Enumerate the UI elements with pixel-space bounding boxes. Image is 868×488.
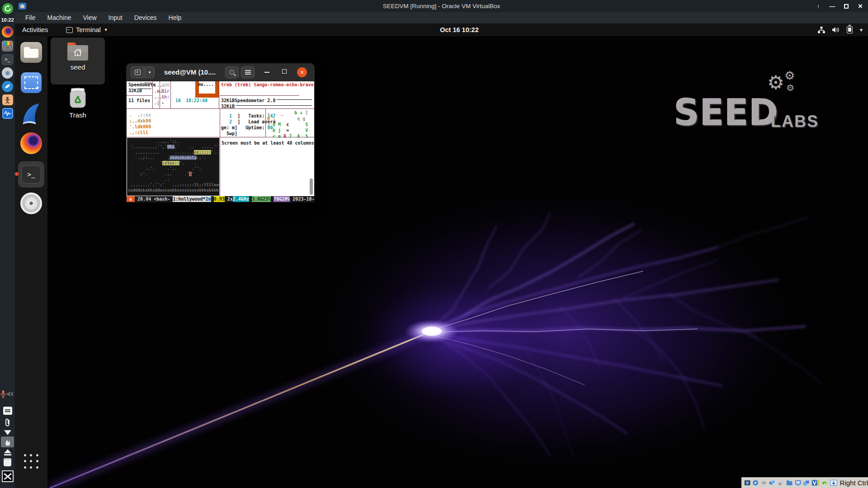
speedometer-right-1: 32KiBSpeedometer 2.8: [221, 98, 275, 103]
gear-icon: ⚙: [786, 82, 794, 93]
chevron-down-icon: ▼: [859, 28, 863, 33]
speedometer-right-2: 32KiB: [221, 104, 235, 109]
wireshark-icon[interactable]: [20, 102, 42, 125]
app-menu-terminal[interactable]: > Terminal ▼: [66, 23, 108, 36]
triangle-down-icon[interactable]: [0, 428, 15, 436]
person-app-icon[interactable]: [0, 94, 15, 106]
audio-icon[interactable]: [761, 479, 767, 487]
sync-icon[interactable]: [0, 3, 15, 14]
screen: 10:22 >_ ❋: [0, 0, 868, 488]
new-tab-button[interactable]: +: [131, 66, 144, 78]
gear-icon: ⚙: [784, 69, 795, 83]
running-indicator: [15, 172, 19, 176]
bucket-icon[interactable]: [0, 457, 15, 467]
host-clock: 10:22: [0, 16, 15, 23]
display-icon[interactable]: [795, 479, 801, 487]
vbox-indicator-icon[interactable]: [811, 479, 820, 487]
ow-text: ow....: [198, 82, 214, 87]
paperclip-icon[interactable]: [0, 418, 15, 427]
ascii-image-pane: ..,,.';;. '........,,'','DKd,' .. .....'…: [127, 138, 219, 196]
battery-icon: [847, 26, 853, 33]
desktop-icon-trash[interactable]: Trash: [57, 87, 99, 119]
terminal-window: + ▼ seed@VM (10.... ×: [126, 63, 315, 202]
gnome-clock[interactable]: Oct 16 10:22: [425, 23, 493, 36]
chevron-down-icon: ▼: [104, 28, 108, 32]
optical-disc-icon[interactable]: [752, 479, 759, 487]
menu-devices[interactable]: Devices: [128, 12, 163, 23]
files-app-icon[interactable]: [20, 42, 42, 63]
birth-column: 400Birth:-: [161, 82, 170, 106]
network-tree-icon: [817, 27, 826, 33]
restore-up-icon[interactable]: ↑: [813, 2, 823, 11]
pane-clock-day: 16: [175, 98, 181, 103]
cd-disc-icon[interactable]: [20, 192, 42, 214]
dock: + >_: [15, 36, 47, 488]
speaker-muted-icon[interactable]: [5, 389, 15, 399]
globe-app-icon[interactable]: [0, 80, 15, 93]
desktop-icon-label: seed: [57, 63, 99, 71]
close-box-icon[interactable]: [0, 470, 15, 483]
vm-screen: Activities > Terminal ▼ Oct 16 10:22 ▼: [15, 23, 868, 488]
gnome-system-tray[interactable]: ▼: [817, 23, 863, 36]
window-maximize-icon[interactable]: [282, 69, 287, 74]
terminal-app-icon[interactable]: >_: [18, 161, 44, 188]
terminal-mini-icon: >: [66, 27, 73, 33]
activities-button[interactable]: Activities: [22, 23, 48, 36]
tab-dropdown-button[interactable]: ▼: [145, 66, 155, 78]
desktop-icon-label: Trash: [57, 111, 99, 119]
logo-labs-text: LABS: [771, 112, 819, 131]
waveform-app-icon[interactable]: [0, 108, 15, 119]
terminal-titlebar[interactable]: + ▼ seed@VM (10.... ×: [126, 63, 315, 81]
menu-file[interactable]: File: [19, 12, 42, 23]
coral-app-icon[interactable]: ❋: [0, 67, 15, 79]
dropdown-icon[interactable]: [830, 479, 837, 487]
network-icon[interactable]: [769, 479, 776, 487]
firefox-icon[interactable]: [20, 132, 42, 154]
vbox-statusbar: Right Ctrl: [741, 477, 868, 488]
vbox-window-title: SEEDVM [Running] - Oracle VM VirtualBox: [15, 3, 868, 9]
menu-help[interactable]: Help: [163, 12, 188, 23]
features-icon[interactable]: [821, 479, 828, 487]
show-apps-icon[interactable]: [24, 454, 39, 469]
shared-folder-icon[interactable]: [786, 479, 793, 487]
firefox-icon[interactable]: [0, 25, 15, 38]
vbox-menubar: File Machine View Input Devices Help: [15, 12, 868, 23]
screenshot-tool-icon[interactable]: +: [21, 72, 42, 93]
file-cabinet-icon[interactable]: [0, 40, 15, 52]
close-icon[interactable]: ×: [855, 2, 865, 11]
window-minimize-icon[interactable]: [264, 72, 269, 73]
flame-icon[interactable]: [0, 436, 15, 447]
terminal-scrollbar[interactable]: [310, 178, 313, 195]
seamless-icon[interactable]: [803, 479, 810, 487]
harddisk-icon[interactable]: [744, 479, 750, 487]
seedlabs-logo: SEED LABS ⚙ ⚙ ⚙: [670, 69, 815, 136]
desktop-icon-seed[interactable]: seed: [57, 42, 99, 71]
home-folder-icon: [66, 42, 90, 61]
phonetic-line: treb (treb) tango-romeo-echo-bravo: [221, 82, 314, 87]
window-close-icon[interactable]: ×: [297, 67, 307, 77]
usb-icon[interactable]: [778, 479, 784, 487]
maximize-icon[interactable]: [841, 2, 851, 11]
speedometer-label: Speedomete: [128, 82, 156, 87]
menu-button[interactable]: [241, 66, 255, 78]
files-count: 11 files: [128, 98, 150, 103]
app-menu-label: Terminal: [76, 26, 101, 33]
menu-input[interactable]: Input: [103, 12, 128, 23]
screen-width-message: Screen must be at least 48 columns widt: [222, 141, 314, 145]
host-panel: 10:22 >_ ❋: [0, 0, 15, 488]
terminal-content[interactable]: Speedomete 32KiB 11 files .....u.......|…: [127, 81, 314, 196]
host-key-label: Right Ctrl: [839, 479, 868, 487]
logo-seed-text: SEED: [674, 92, 779, 133]
letters-pane: , _ b + I i0 \ q g3 u M c S b j = V < e …: [267, 110, 314, 139]
eject-icon[interactable]: [0, 448, 15, 456]
minimize-icon[interactable]: —: [827, 2, 837, 11]
terminal-icon[interactable]: >_: [0, 53, 15, 66]
search-button[interactable]: [225, 66, 239, 78]
vbox-titlebar[interactable]: SEEDVM [Running] - Oracle VM VirtualBox …: [15, 0, 868, 12]
trash-icon: [67, 87, 88, 109]
notes-icon[interactable]: [0, 406, 15, 416]
menu-view[interactable]: View: [77, 12, 102, 23]
menu-machine[interactable]: Machine: [42, 12, 77, 23]
ascii-block-shape: [195, 94, 219, 98]
volume-icon: [832, 26, 840, 33]
